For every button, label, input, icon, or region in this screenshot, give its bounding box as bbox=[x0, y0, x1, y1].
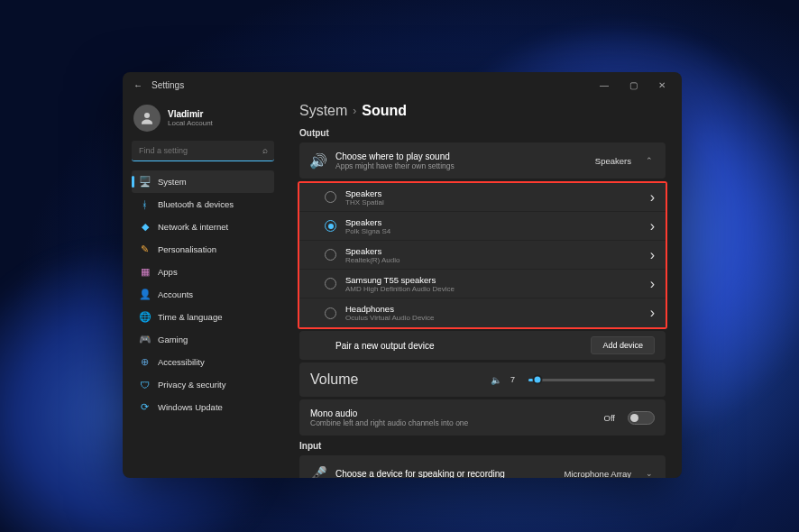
nav-item-privacy-security[interactable]: 🛡Privacy & security bbox=[132, 373, 274, 396]
nav-item-accessibility[interactable]: ⊕Accessibility bbox=[132, 351, 274, 373]
nav-item-apps[interactable]: ▦Apps bbox=[132, 261, 274, 283]
nav-icon: ✎ bbox=[139, 243, 151, 255]
nav-item-windows-update[interactable]: ⟳Windows Update bbox=[132, 396, 274, 418]
search-box[interactable]: ⌕ bbox=[132, 141, 274, 161]
device-title: Speakers bbox=[345, 217, 641, 227]
chevron-right-icon: › bbox=[650, 218, 655, 234]
chevron-right-icon: › bbox=[650, 305, 655, 321]
mono-sub: Combine left and right audio channels in… bbox=[310, 418, 595, 427]
volume-slider[interactable] bbox=[528, 379, 655, 381]
account-block[interactable]: Vladimir Local Account bbox=[132, 101, 274, 141]
output-device-row[interactable]: Samsung T55 speakersAMD High Definition … bbox=[299, 270, 666, 298]
chevron-right-icon: › bbox=[650, 276, 655, 292]
radio-button[interactable] bbox=[325, 220, 336, 232]
volume-value: 7 bbox=[510, 375, 519, 384]
chevron-right-icon: › bbox=[650, 247, 655, 263]
titlebar: ← Settings — ▢ ✕ bbox=[123, 72, 682, 97]
pair-device-row: Pair a new output device Add device bbox=[299, 331, 666, 360]
output-device-row[interactable]: SpeakersPolk Signa S4› bbox=[299, 212, 666, 241]
nav-label: Time & language bbox=[158, 312, 222, 322]
account-sub: Local Account bbox=[168, 119, 213, 127]
main-content: System › Sound Output 🔊 Choose where to … bbox=[283, 97, 682, 478]
output-selector-title: Choose where to play sound bbox=[335, 151, 586, 161]
device-title: Samsung T55 speakers bbox=[345, 275, 641, 285]
minimize-button[interactable]: — bbox=[590, 74, 619, 96]
nav-item-gaming[interactable]: 🎮Gaming bbox=[132, 328, 274, 351]
sidebar: Vladimir Local Account ⌕ 🖥️SystemᚼBlueto… bbox=[123, 97, 283, 478]
device-title: Speakers bbox=[345, 246, 641, 256]
output-device-row[interactable]: SpeakersTHX Spatial› bbox=[299, 183, 666, 212]
nav-item-bluetooth-devices[interactable]: ᚼBluetooth & devices bbox=[132, 193, 274, 216]
nav-item-network-internet[interactable]: ◆Network & internet bbox=[132, 216, 274, 238]
output-device-row[interactable]: HeadphonesOculus Virtual Audio Device› bbox=[299, 298, 666, 327]
maximize-button[interactable]: ▢ bbox=[619, 74, 647, 96]
pair-label: Pair a new output device bbox=[335, 341, 582, 351]
chevron-right-icon: › bbox=[650, 189, 655, 206]
mono-state: Off bbox=[604, 413, 616, 423]
radio-button[interactable] bbox=[325, 307, 336, 319]
output-selector-sub: Apps might have their own settings bbox=[335, 161, 586, 170]
device-title: Speakers bbox=[345, 188, 641, 198]
account-name: Vladimir bbox=[168, 109, 213, 119]
input-selector-title: Choose a device for speaking or recordin… bbox=[335, 469, 556, 479]
nav-icon: ᚼ bbox=[139, 198, 151, 210]
nav-label: System bbox=[158, 177, 187, 187]
volume-label: Volume bbox=[310, 371, 482, 388]
microphone-icon: 🎤 bbox=[310, 465, 326, 479]
nav-item-system[interactable]: 🖥️System bbox=[132, 170, 274, 193]
breadcrumb-current: Sound bbox=[362, 103, 407, 119]
input-selector-value: Microphone Array bbox=[565, 469, 631, 479]
output-device-list: SpeakersTHX Spatial›SpeakersPolk Signa S… bbox=[298, 181, 667, 329]
device-sub: THX Spatial bbox=[345, 198, 641, 206]
nav-icon: ⊕ bbox=[139, 356, 151, 368]
radio-button[interactable] bbox=[325, 191, 336, 203]
nav-icon: 🌐 bbox=[139, 311, 151, 323]
radio-button[interactable] bbox=[325, 278, 336, 289]
nav-item-accounts[interactable]: 👤Accounts bbox=[132, 283, 274, 306]
breadcrumb: System › Sound bbox=[299, 103, 666, 119]
device-title: Headphones bbox=[345, 304, 641, 314]
nav-icon: ◆ bbox=[139, 221, 151, 233]
output-section-title: Output bbox=[299, 128, 666, 138]
avatar-icon bbox=[133, 105, 161, 132]
nav-label: Privacy & security bbox=[158, 380, 226, 390]
output-selector-card[interactable]: 🔊 Choose where to play sound Apps might … bbox=[299, 142, 666, 179]
output-device-row[interactable]: SpeakersRealtek(R) Audio› bbox=[299, 241, 666, 270]
nav-icon: ⟳ bbox=[139, 401, 151, 413]
nav-icon: 👤 bbox=[139, 289, 151, 300]
speaker-mute-icon[interactable]: 🔈 bbox=[491, 375, 501, 385]
svg-point-0 bbox=[144, 113, 150, 118]
search-input[interactable] bbox=[132, 141, 274, 161]
device-sub: Oculus Virtual Audio Device bbox=[345, 314, 641, 322]
add-device-button[interactable]: Add device bbox=[591, 336, 655, 354]
radio-button[interactable] bbox=[325, 249, 336, 261]
nav-label: Accounts bbox=[158, 289, 193, 299]
breadcrumb-parent[interactable]: System bbox=[299, 103, 347, 119]
back-button[interactable]: ← bbox=[128, 80, 148, 90]
nav-label: Windows Update bbox=[158, 402, 223, 412]
input-section-title: Input bbox=[299, 441, 666, 451]
chevron-up-icon: ⌃ bbox=[644, 156, 655, 165]
window-title: Settings bbox=[152, 80, 184, 90]
settings-window: ← Settings — ▢ ✕ Vladimir Local Account … bbox=[123, 72, 682, 478]
chevron-down-icon: ⌄ bbox=[644, 469, 655, 478]
chevron-right-icon: › bbox=[353, 105, 356, 117]
close-button[interactable]: ✕ bbox=[647, 74, 676, 96]
device-sub: AMD High Definition Audio Device bbox=[345, 285, 641, 293]
nav-label: Accessibility bbox=[158, 357, 205, 367]
nav-label: Apps bbox=[158, 267, 178, 277]
nav-item-personalisation[interactable]: ✎Personalisation bbox=[132, 238, 274, 261]
nav-label: Gaming bbox=[158, 335, 188, 344]
input-selector-card[interactable]: 🎤 Choose a device for speaking or record… bbox=[299, 455, 666, 478]
mono-audio-row[interactable]: Mono audio Combine left and right audio … bbox=[299, 399, 666, 436]
nav-icon: 🛡 bbox=[139, 379, 151, 390]
nav-label: Personalisation bbox=[158, 244, 216, 254]
device-sub: Polk Signa S4 bbox=[345, 227, 641, 235]
nav-icon: 🖥️ bbox=[139, 176, 151, 188]
nav-label: Bluetooth & devices bbox=[158, 199, 234, 209]
nav-item-time-language[interactable]: 🌐Time & language bbox=[132, 306, 274, 328]
mono-toggle[interactable] bbox=[628, 411, 655, 425]
nav-label: Network & internet bbox=[158, 222, 228, 232]
volume-row: Volume 🔈 7 bbox=[299, 362, 666, 397]
device-sub: Realtek(R) Audio bbox=[345, 256, 641, 264]
